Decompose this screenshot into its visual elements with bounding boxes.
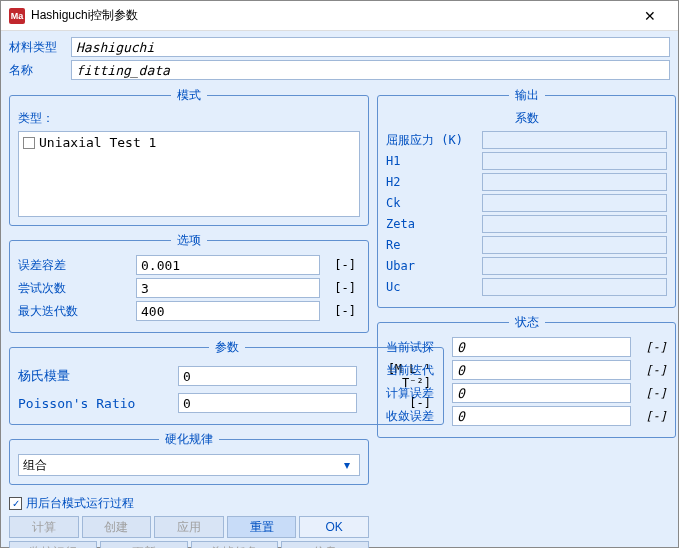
opt-input[interactable] [136,278,320,298]
out-value [482,236,667,254]
stat-input[interactable] [452,383,631,403]
output-group: 输出 系数 屈服应力 (K) H1 H2 Ck Zeta Re Ubar Uc [377,87,676,308]
output-legend: 输出 [509,87,545,104]
stat-label: 当前试探 [386,339,452,356]
content-area: 材料类型 名称 模式 类型： Uniaxial Test 1 [1,31,678,547]
stat-unit: [-] [631,363,667,377]
opt-label: 误差容差 [18,257,136,274]
param-label: 杨氏模量 [18,367,178,385]
out-value [482,131,667,149]
out-value [482,215,667,233]
harden-group: 硬化规律 组合 ▾ [9,431,369,485]
button-杀掉任务: 杀掉任务 [191,541,279,548]
out-label: Zeta [386,217,482,231]
param-label: Poisson's Ratio [18,396,178,411]
background-checkbox-label: 用后台模式运行过程 [26,495,134,512]
stat-label: 当前迭代 [386,362,452,379]
out-label: H1 [386,154,482,168]
out-label: Re [386,238,482,252]
button-row-2: 监控运行更新杀掉任务信息 [9,541,369,548]
status-group: 状态 当前试探 [-]当前迭代 [-]计算误差 [-]收敛误差 [-] [377,314,676,438]
close-button[interactable]: ✕ [630,2,670,30]
name-label: 名称 [9,62,71,79]
opt-label: 尝试次数 [18,280,136,297]
window-title: Hashiguchi控制参数 [31,7,630,24]
out-value [482,278,667,296]
stat-unit: [-] [631,386,667,400]
button-监控运行: 监控运行 [9,541,97,548]
stat-label: 计算误差 [386,385,452,402]
list-item[interactable]: Uniaxial Test 1 [21,134,357,151]
item-icon [23,137,35,149]
material-type-label: 材料类型 [9,39,71,56]
out-label: 屈服应力 (K) [386,132,482,149]
background-checkbox-row[interactable]: ✓ 用后台模式运行过程 [9,495,369,512]
chevron-down-icon: ▾ [339,458,355,472]
status-legend: 状态 [509,314,545,331]
harden-selected: 组合 [23,457,47,474]
options-legend: 选项 [171,232,207,249]
out-value [482,257,667,275]
out-label: Ck [386,196,482,210]
opt-unit: [-] [320,258,360,272]
harden-legend: 硬化规律 [159,431,219,448]
button-创建: 创建 [82,516,152,538]
opt-input[interactable] [136,301,320,321]
button-row-1: 计算创建应用重置OK [9,516,369,538]
options-group: 选项 误差容差 [-]尝试次数 [-]最大迭代数 [-] [9,232,369,333]
output-sublegend: 系数 [386,110,667,127]
titlebar: Ma Hashiguchi控制参数 ✕ [1,1,678,31]
name-input[interactable] [71,60,670,80]
material-type-input[interactable] [71,37,670,57]
type-listbox[interactable]: Uniaxial Test 1 [18,131,360,217]
stat-input[interactable] [452,337,631,357]
out-label: H2 [386,175,482,189]
opt-label: 最大迭代数 [18,303,136,320]
mode-legend: 模式 [171,87,207,104]
app-icon: Ma [9,8,25,24]
opt-input[interactable] [136,255,320,275]
params-legend: 参数 [209,339,245,356]
button-信息: 信息 [281,541,369,548]
harden-select[interactable]: 组合 ▾ [18,454,360,476]
button-计算: 计算 [9,516,79,538]
button-重置[interactable]: 重置 [227,516,297,538]
list-item-label: Uniaxial Test 1 [39,135,156,150]
background-checkbox[interactable]: ✓ [9,497,22,510]
stat-label: 收敛误差 [386,408,452,425]
param-input[interactable] [178,366,357,386]
stat-input[interactable] [452,406,631,426]
opt-unit: [-] [320,281,360,295]
button-更新: 更新 [100,541,188,548]
type-label: 类型： [18,110,360,127]
out-value [482,173,667,191]
button-应用: 应用 [154,516,224,538]
out-label: Ubar [386,259,482,273]
out-value [482,194,667,212]
out-label: Uc [386,280,482,294]
button-OK[interactable]: OK [299,516,369,538]
out-value [482,152,667,170]
mode-group: 模式 类型： Uniaxial Test 1 [9,87,369,226]
stat-input[interactable] [452,360,631,380]
stat-unit: [-] [631,409,667,423]
param-input[interactable] [178,393,357,413]
stat-unit: [-] [631,340,667,354]
header-fields: 材料类型 名称 [9,37,670,83]
opt-unit: [-] [320,304,360,318]
dialog-window: Ma Hashiguchi控制参数 ✕ 材料类型 名称 模式 类型： [0,0,679,548]
bottom-controls: ✓ 用后台模式运行过程 计算创建应用重置OK 监控运行更新杀掉任务信息 状态： … [9,495,369,548]
